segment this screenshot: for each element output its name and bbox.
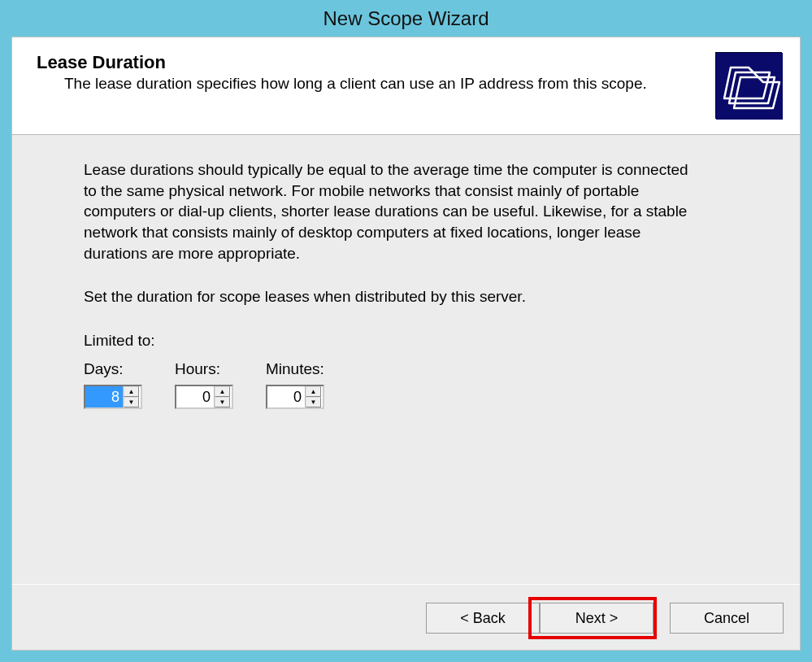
days-spinner[interactable]: ▲ ▼ xyxy=(84,385,142,409)
wizard-footer-buttons: < Back Next > Cancel xyxy=(426,603,784,634)
wizard-header-panel: Lease Duration The lease duration specif… xyxy=(12,37,800,135)
minutes-down-button[interactable]: ▼ xyxy=(306,397,321,407)
duration-spinner-row: Days: ▲ ▼ Hours: ▲ xyxy=(84,359,735,409)
hours-up-button[interactable]: ▲ xyxy=(215,386,230,397)
wizard-body: Lease durations should typically be equa… xyxy=(12,135,800,425)
days-input[interactable] xyxy=(85,386,123,407)
days-down-button[interactable]: ▼ xyxy=(124,397,139,407)
folder-stack-icon xyxy=(715,52,782,119)
days-spinner-buttons: ▲ ▼ xyxy=(123,386,139,407)
hours-label: Hours: xyxy=(175,359,233,380)
minutes-up-button[interactable]: ▲ xyxy=(306,386,321,397)
back-button[interactable]: < Back xyxy=(426,603,540,634)
minutes-spinner-buttons: ▲ ▼ xyxy=(305,386,321,407)
hours-down-button[interactable]: ▼ xyxy=(215,397,230,407)
window-titlebar: New Scope Wizard xyxy=(0,0,812,37)
days-up-button[interactable]: ▲ xyxy=(124,386,139,397)
minutes-label: Minutes: xyxy=(266,359,324,380)
cancel-button[interactable]: Cancel xyxy=(670,603,784,634)
hours-spinner-group: Hours: ▲ ▼ xyxy=(175,359,233,409)
lease-instruction-paragraph: Set the duration for scope leases when d… xyxy=(84,286,701,307)
days-spinner-group: Days: ▲ ▼ xyxy=(84,359,142,409)
days-label: Days: xyxy=(84,359,142,380)
hours-spinner[interactable]: ▲ ▼ xyxy=(175,385,233,409)
minutes-spinner-group: Minutes: ▲ ▼ xyxy=(266,359,324,409)
limited-to-label: Limited to: xyxy=(84,330,701,351)
next-button[interactable]: Next > xyxy=(540,603,654,634)
minutes-spinner[interactable]: ▲ ▼ xyxy=(266,385,324,409)
wizard-window: New Scope Wizard Lease Duration The leas… xyxy=(0,0,812,662)
hours-spinner-buttons: ▲ ▼ xyxy=(214,386,230,407)
hours-input[interactable] xyxy=(176,386,214,407)
page-heading: Lease Duration xyxy=(37,52,775,73)
window-title: New Scope Wizard xyxy=(323,7,489,30)
wizard-client-area: Lease Duration The lease duration specif… xyxy=(11,37,801,651)
minutes-input[interactable] xyxy=(267,386,305,407)
lease-description-paragraph: Lease durations should typically be equa… xyxy=(84,159,701,263)
footer-separator xyxy=(12,584,800,585)
page-subheading: The lease duration specifies how long a … xyxy=(64,75,666,93)
